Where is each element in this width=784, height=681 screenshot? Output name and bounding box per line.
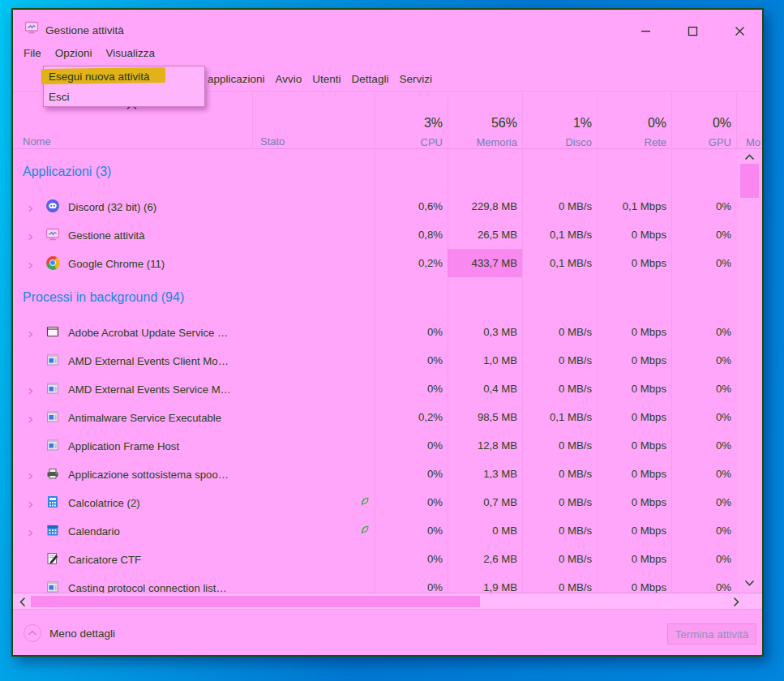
- tab-dettagli[interactable]: Dettagli: [352, 73, 389, 91]
- menu-item-esegui-nuova-attivit-[interactable]: Esegui nuova attività: [44, 66, 204, 87]
- menu-item-esci[interactable]: Esci: [44, 87, 204, 107]
- rete-cell: 0 Mbps: [597, 545, 671, 573]
- memoria-cell: 0 MB: [448, 516, 522, 545]
- scroll-up-icon[interactable]: [738, 151, 761, 163]
- usage-label: CPU: [421, 136, 443, 148]
- suspended-leaf-icon: [359, 525, 371, 539]
- memoria-cell: 2,6 MB: [448, 545, 522, 573]
- process-name: Adobe Acrobat Update Service …: [68, 326, 228, 338]
- process-name: Caricatore CTF: [68, 553, 141, 565]
- app-window-icon: [45, 381, 60, 396]
- tab-utenti[interactable]: Utenti: [312, 73, 341, 91]
- process-row[interactable]: Adobe Acrobat Update Service …0%0,3 MB0 …: [13, 318, 736, 346]
- process-row[interactable]: Antimalware Service Executable0,2%98,5 M…: [13, 403, 736, 431]
- column-header-rete[interactable]: 0%Rete: [597, 91, 671, 148]
- process-table: Applicazioni (3)Discord (32 bit) (6)0,6%…: [13, 149, 736, 593]
- close-button[interactable]: [726, 23, 752, 39]
- expand-chevron-icon[interactable]: [26, 328, 35, 342]
- column-header-mo[interactable]: Mo: [736, 91, 762, 148]
- process-name: Casting protocol connection list…: [68, 581, 227, 593]
- column-header-memoria[interactable]: 56%Memoria: [448, 91, 522, 148]
- process-row[interactable]: Application Frame Host0%12,8 MB0 MB/s0 M…: [13, 431, 736, 460]
- column-separator: [671, 93, 672, 149]
- process-name: Application Frame Host: [68, 439, 179, 452]
- scroll-right-icon[interactable]: [730, 595, 743, 608]
- usage-total: 3%: [424, 116, 443, 131]
- maximize-button[interactable]: [679, 23, 705, 39]
- expand-chevron-icon[interactable]: [26, 498, 35, 512]
- usage-total: 0%: [648, 116, 666, 131]
- column-separator: [522, 93, 523, 149]
- memoria-cell: 433,7 MB: [448, 249, 522, 277]
- process-row[interactable]: AMD External Events Service M…0%0,4 MB0 …: [13, 375, 736, 403]
- usage-total: 1%: [573, 116, 592, 131]
- options-dropdown-menu: Esegui nuova attivitàEsci: [43, 66, 205, 107]
- expand-chevron-icon[interactable]: [26, 413, 35, 427]
- expand-chevron-icon[interactable]: [26, 469, 35, 484]
- printer-icon: [45, 466, 60, 481]
- process-name: Antimalware Service Executable: [68, 411, 221, 423]
- process-name: AMD External Events Client Mo…: [68, 354, 229, 366]
- expand-chevron-icon[interactable]: [26, 230, 35, 245]
- process-row[interactable]: Gestione attività0,8%26,5 MB0,1 MB/s0 Mb…: [13, 221, 736, 249]
- tab-servizi[interactable]: Servizi: [399, 73, 432, 91]
- rete-cell: 0 Mbps: [597, 221, 671, 249]
- suspended-leaf-icon: [359, 496, 371, 511]
- rete-cell: 0 Mbps: [597, 573, 671, 593]
- menubar-item-opzioni[interactable]: Opzioni: [54, 45, 93, 63]
- vertical-scrollbar-thumb[interactable]: [740, 164, 759, 198]
- process-row[interactable]: Casting protocol connection list…0%1,9 M…: [13, 573, 736, 593]
- menubar-item-visualizza[interactable]: Visualizza: [105, 45, 156, 63]
- scroll-down-icon[interactable]: [738, 576, 761, 589]
- tab-avvio[interactable]: Avvio: [276, 73, 302, 91]
- process-row[interactable]: Calendario0%0 MB0 MB/s0 Mbps0%: [13, 516, 736, 545]
- process-row[interactable]: Applicazione sottosistema spoo…0%1,3 MB0…: [13, 460, 736, 488]
- tab-applicazioni[interactable]: applicazioni: [208, 73, 265, 91]
- memoria-cell: 26,5 MB: [448, 221, 522, 249]
- scroll-left-icon[interactable]: [16, 595, 29, 608]
- memoria-cell: 98,5 MB: [448, 403, 522, 431]
- cpu-cell: 0%: [375, 488, 448, 516]
- end-task-button[interactable]: Termina attività: [667, 623, 756, 645]
- process-row[interactable]: Calcolatrice (2)0%0,7 MB0 MB/s0 Mbps0%: [13, 488, 736, 516]
- expand-chevron-icon[interactable]: [26, 526, 35, 541]
- app-window-icon: [45, 409, 60, 424]
- cpu-cell: 0,2%: [375, 249, 448, 277]
- usage-label: Mo: [746, 136, 760, 148]
- process-row[interactable]: Discord (32 bit) (6)0,6%229,8 MB0 MB/s0,…: [13, 192, 736, 221]
- rete-cell: 0 Mbps: [597, 431, 671, 460]
- memoria-cell: 1,3 MB: [448, 460, 522, 488]
- minimize-button[interactable]: [632, 23, 658, 39]
- section-header[interactable]: Processi in background (94): [13, 277, 736, 318]
- column-separator: [252, 93, 253, 149]
- rete-cell: 0,1 Mbps: [597, 192, 671, 221]
- app-window-icon: [45, 580, 60, 593]
- column-header-cpu[interactable]: 3%CPU: [375, 91, 448, 148]
- process-row[interactable]: Caricatore CTF0%2,6 MB0 MB/s0 Mbps0%: [13, 545, 736, 573]
- rete-cell: 0 Mbps: [597, 318, 671, 346]
- column-header-gpu[interactable]: 0%GPU: [671, 91, 736, 148]
- usage-label: Rete: [645, 136, 666, 148]
- chrome-icon: [45, 255, 60, 270]
- rete-cell: 0 Mbps: [597, 346, 671, 375]
- process-row[interactable]: Google Chrome (11)0,2%433,7 MB0,1 MB/s0 …: [13, 249, 736, 277]
- app-window-icon: [45, 438, 60, 452]
- gpu-cell: 0%: [671, 192, 736, 221]
- disco-cell: 0 MB/s: [522, 318, 597, 346]
- horizontal-scrollbar-thumb[interactable]: [31, 596, 480, 607]
- expand-chevron-icon[interactable]: [26, 202, 35, 216]
- process-row[interactable]: AMD External Events Client Mo…0%1,0 MB0 …: [13, 346, 736, 375]
- horizontal-scrollbar[interactable]: [13, 593, 762, 609]
- expand-chevron-icon[interactable]: [26, 259, 35, 273]
- column-header-nome[interactable]: Nome: [23, 135, 51, 148]
- column-header-disco[interactable]: 1%Disco: [522, 91, 597, 148]
- column-header-stato[interactable]: Stato: [260, 135, 285, 148]
- section-header[interactable]: Applicazioni (3): [13, 152, 736, 192]
- expand-chevron-icon[interactable]: [26, 384, 35, 399]
- less-details-toggle[interactable]: Meno dettagli: [49, 627, 115, 640]
- footer-bar: Meno dettagli Termina attività: [13, 609, 762, 655]
- gpu-cell: 0%: [671, 318, 736, 346]
- menubar-item-file[interactable]: File: [23, 45, 42, 63]
- process-name: Discord (32 bit) (6): [68, 200, 156, 212]
- vertical-scrollbar[interactable]: [738, 149, 761, 593]
